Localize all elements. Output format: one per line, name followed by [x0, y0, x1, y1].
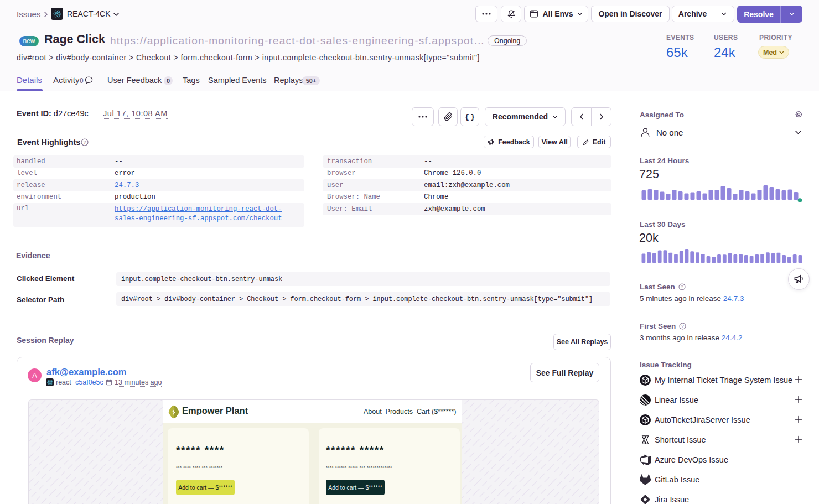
svg-text:?: ?	[681, 284, 683, 289]
svg-text:?: ?	[681, 324, 684, 329]
svg-text:?: ?	[84, 139, 86, 145]
